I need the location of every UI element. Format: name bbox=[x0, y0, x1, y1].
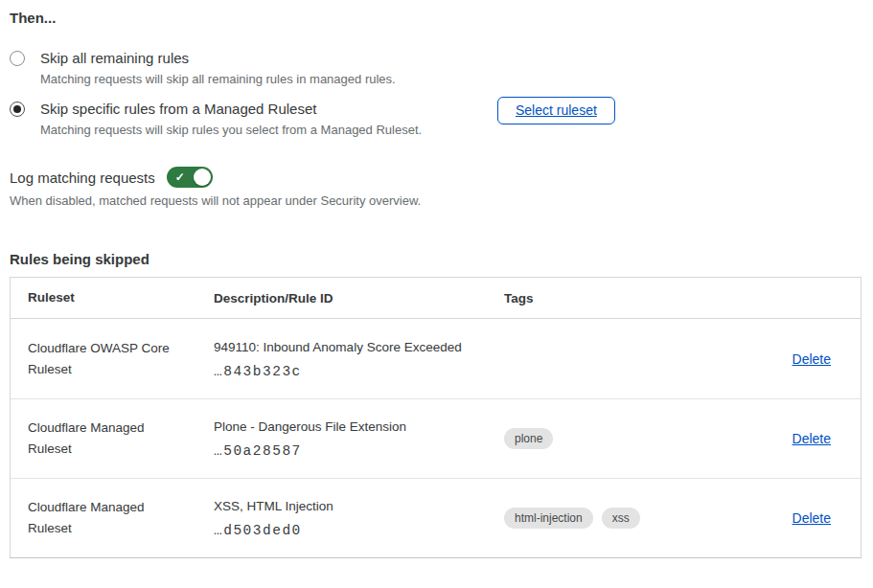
ruleset-cell: Cloudflare OWASP Core Ruleset bbox=[11, 338, 214, 380]
select-ruleset-button[interactable]: Select ruleset bbox=[497, 97, 615, 124]
tag-pill: xss bbox=[602, 508, 640, 529]
option-skip-specific-label[interactable]: Skip specific rules from a Managed Rules… bbox=[40, 100, 422, 118]
option-skip-specific: Skip specific rules from a Managed Rules… bbox=[10, 100, 422, 138]
tag-pill: plone bbox=[504, 428, 553, 449]
option-skip-all: Skip all remaining rules Matching reques… bbox=[10, 49, 396, 87]
tags-cell: html-injection xss bbox=[504, 508, 717, 529]
tags-cell: plone bbox=[504, 428, 717, 449]
log-toggle-description: When disabled, matched requests will not… bbox=[10, 193, 421, 209]
toggle-knob-handle[interactable] bbox=[194, 169, 211, 186]
option-skip-specific-description: Matching requests will skip rules you se… bbox=[40, 123, 422, 138]
description-cell: Plone - Dangerous File Extension …50a285… bbox=[214, 418, 504, 459]
select-ruleset-button-label: Select ruleset bbox=[516, 102, 597, 118]
table-row: Cloudflare Managed Ruleset XSS, HTML Inj… bbox=[11, 478, 861, 557]
action-cell: Delete bbox=[717, 351, 861, 367]
rule-description: 949110: Inbound Anomaly Score Exceeded bbox=[214, 339, 489, 355]
rule-id: …50a28587 bbox=[214, 443, 489, 459]
column-header-ruleset: Ruleset bbox=[11, 287, 214, 308]
log-matching-requests-row: Log matching requests ✓ bbox=[10, 167, 213, 188]
option-skip-all-description: Matching requests will skip all remainin… bbox=[40, 72, 396, 87]
action-cell: Delete bbox=[717, 431, 861, 446]
log-toggle-switch[interactable]: ✓ bbox=[167, 167, 213, 188]
check-icon: ✓ bbox=[175, 171, 185, 183]
radio-skip-specific[interactable] bbox=[10, 102, 25, 117]
option-skip-all-label[interactable]: Skip all remaining rules bbox=[40, 49, 396, 67]
rule-id: …843b323c bbox=[214, 364, 489, 379]
rules-being-skipped-heading: Rules being skipped bbox=[10, 251, 149, 267]
column-header-description-rule-id: Description/Rule ID bbox=[214, 291, 504, 305]
table-row: Cloudflare Managed Ruleset Plone - Dange… bbox=[11, 398, 861, 478]
rule-description: Plone - Dangerous File Extension bbox=[214, 418, 489, 435]
radio-skip-all[interactable] bbox=[10, 51, 25, 66]
option-skip-all-text: Skip all remaining rules Matching reques… bbox=[40, 49, 396, 87]
rules-table: Ruleset Description/Rule ID Tags Cloudfl… bbox=[10, 277, 862, 558]
action-cell: Delete bbox=[717, 510, 861, 526]
option-skip-specific-text: Skip specific rules from a Managed Rules… bbox=[40, 100, 422, 138]
ruleset-cell: Cloudflare Managed Ruleset bbox=[11, 418, 214, 460]
table-row: Cloudflare OWASP Core Ruleset 949110: In… bbox=[11, 319, 861, 398]
column-header-tags: Tags bbox=[504, 291, 717, 305]
rule-id: …d503ded0 bbox=[214, 523, 489, 538]
rules-table-header: Ruleset Description/Rule ID Tags bbox=[11, 278, 861, 319]
description-cell: XSS, HTML Injection …d503ded0 bbox=[214, 498, 504, 538]
log-matching-requests-label: Log matching requests bbox=[10, 170, 155, 186]
ruleset-cell: Cloudflare Managed Ruleset bbox=[11, 497, 214, 539]
tag-pill: html-injection bbox=[504, 508, 593, 529]
description-cell: 949110: Inbound Anomaly Score Exceeded …… bbox=[214, 339, 504, 379]
delete-link[interactable]: Delete bbox=[793, 510, 831, 526]
then-heading: Then... bbox=[10, 10, 56, 26]
rule-description: XSS, HTML Injection bbox=[214, 498, 489, 514]
delete-link[interactable]: Delete bbox=[793, 351, 831, 367]
delete-link[interactable]: Delete bbox=[793, 431, 831, 446]
